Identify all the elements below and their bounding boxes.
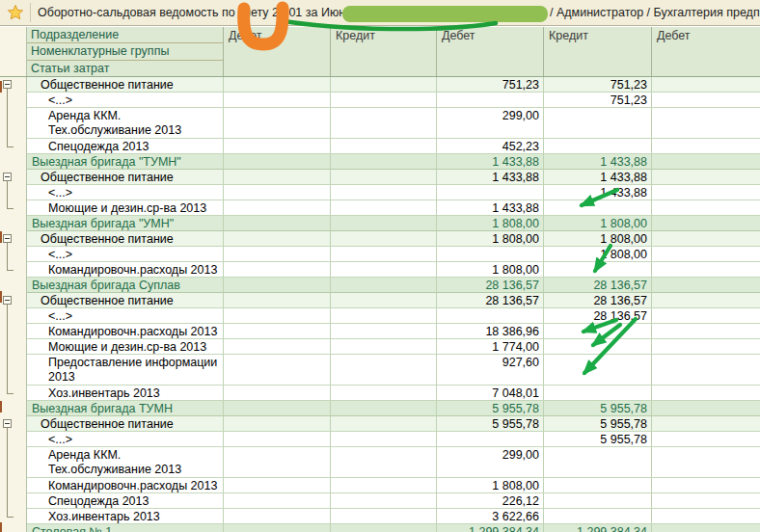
row-label-cell[interactable]: Общественное питание [27, 293, 224, 308]
credit-2-cell[interactable] [544, 493, 652, 509]
credit-2-cell[interactable] [544, 447, 652, 478]
debit-2-cell[interactable]: 751,23 [437, 77, 544, 93]
debit-2-cell[interactable]: 1 808,00 [437, 478, 544, 493]
debit-3-cell[interactable] [652, 154, 760, 170]
row-label-cell[interactable]: <...> [27, 93, 224, 108]
debit-2-cell[interactable]: 452,23 [437, 139, 544, 154]
table-row[interactable]: Выездная бригада ТУМН 5 955,78 5 955,78 [0, 401, 760, 416]
collapse-minus-box[interactable] [3, 296, 12, 305]
debit-2-cell[interactable] [437, 432, 544, 447]
debit-2-cell[interactable]: 1 808,00 [437, 216, 544, 231]
debit-3-cell[interactable] [652, 278, 760, 293]
table-row[interactable]: Выездная бригада "УМН" 1 808,00 1 808,00 [0, 216, 760, 231]
credit-2-cell[interactable] [544, 324, 652, 339]
debit-2-cell[interactable]: 5 955,78 [437, 416, 544, 432]
row-label-cell[interactable]: Выездная бригада "УМН" [27, 216, 224, 231]
credit-1-cell[interactable] [331, 447, 437, 478]
row-label-cell[interactable]: Предоставление информации 2013 [27, 355, 224, 386]
credit-1-cell[interactable] [331, 93, 437, 108]
debit-3-cell[interactable] [652, 324, 760, 339]
credit-2-cell[interactable]: 5 955,78 [544, 401, 652, 416]
credit-2-cell[interactable] [544, 108, 652, 139]
debit-3-cell[interactable] [652, 185, 760, 200]
table-row[interactable]: Общественное питание 1 808,00 1 808,00 [0, 231, 760, 247]
debit-1-cell[interactable] [224, 401, 331, 416]
credit-1-cell[interactable] [331, 77, 437, 93]
credit-2-cell[interactable]: 1 299 384,34 [544, 524, 652, 532]
table-row[interactable]: Командировочн.расходы 2013 1 808,00 [0, 478, 760, 493]
debit-3-cell[interactable] [652, 401, 760, 416]
debit-1-cell[interactable] [224, 308, 331, 324]
debit-3-cell[interactable] [652, 339, 760, 355]
credit-1-cell[interactable] [331, 432, 437, 447]
debit-3-cell[interactable] [652, 247, 760, 262]
table-row[interactable]: Выездная бригада Суплав 28 136,57 28 136… [0, 278, 760, 293]
row-label-cell[interactable]: Командировочн.расходы 2013 [27, 478, 224, 493]
debit-2-cell[interactable]: 226,12 [437, 493, 544, 509]
credit-2-cell[interactable]: 28 136,57 [544, 308, 652, 324]
table-row[interactable]: Предоставление информации 2013 927,60 [0, 355, 760, 386]
credit-2-cell[interactable] [544, 386, 652, 401]
debit-2-cell[interactable]: 1 433,88 [437, 200, 544, 216]
row-label-cell[interactable]: Командировочн.расходы 2013 [27, 324, 224, 339]
debit-1-cell[interactable] [224, 478, 331, 493]
debit-1-cell[interactable] [224, 200, 331, 216]
credit-1-cell[interactable] [331, 478, 437, 493]
debit-3-cell[interactable] [652, 386, 760, 401]
credit-2-cell[interactable] [544, 262, 652, 278]
debit-1-cell[interactable] [224, 77, 331, 93]
credit-1-cell[interactable] [331, 262, 437, 278]
debit-3-cell[interactable] [652, 293, 760, 308]
debit-1-cell[interactable] [224, 93, 331, 108]
credit-1-cell[interactable] [331, 185, 437, 200]
credit-2-cell[interactable] [544, 139, 652, 154]
row-label-cell[interactable]: Общественное питание [27, 170, 224, 185]
debit-2-cell[interactable]: 1 774,00 [437, 339, 544, 355]
credit-1-cell[interactable] [331, 493, 437, 509]
credit-2-cell[interactable]: 5 955,78 [544, 432, 652, 447]
debit-2-cell[interactable]: 18 386,96 [437, 324, 544, 339]
debit-1-cell[interactable] [224, 509, 331, 524]
table-row[interactable]: Командировочн.расходы 2013 18 386,96 [0, 324, 760, 339]
credit-2-cell[interactable]: 1 808,00 [544, 216, 652, 231]
debit-2-cell[interactable]: 3 622,66 [437, 509, 544, 524]
debit-1-cell[interactable] [224, 247, 331, 262]
debit-2-cell[interactable] [437, 308, 544, 324]
debit-3-cell[interactable] [652, 139, 760, 154]
debit-1-cell[interactable] [224, 524, 331, 532]
table-row[interactable]: Хоз.инвентарь 2013 3 622,66 [0, 509, 760, 524]
row-label-cell[interactable]: Командировочн.расходы 2013 [27, 262, 224, 278]
debit-3-cell[interactable] [652, 77, 760, 93]
credit-2-cell[interactable]: 1 433,88 [544, 170, 652, 185]
debit-1-cell[interactable] [224, 416, 331, 432]
credit-1-cell[interactable] [331, 386, 437, 401]
debit-2-cell[interactable]: 1 808,00 [437, 262, 544, 278]
credit-1-cell[interactable] [331, 416, 437, 432]
debit-1-cell[interactable] [224, 278, 331, 293]
row-label-cell[interactable]: Выездная бригада "ТУМН" [27, 154, 224, 170]
debit-1-cell[interactable] [224, 154, 331, 170]
debit-3-cell[interactable] [652, 355, 760, 386]
debit-3-cell[interactable] [652, 200, 760, 216]
credit-2-cell[interactable]: 1 808,00 [544, 247, 652, 262]
debit-1-cell[interactable] [224, 339, 331, 355]
credit-1-cell[interactable] [331, 339, 437, 355]
row-label-cell[interactable]: Выездная бригада Суплав [27, 278, 224, 293]
credit-1-cell[interactable] [331, 231, 437, 247]
row-label-cell[interactable]: <...> [27, 185, 224, 200]
debit-1-cell[interactable] [224, 447, 331, 478]
debit-2-cell[interactable]: 5 955,78 [437, 401, 544, 416]
credit-2-cell[interactable]: 28 136,57 [544, 293, 652, 308]
debit-3-cell[interactable] [652, 432, 760, 447]
row-label-cell[interactable]: Общественное питание [27, 231, 224, 247]
credit-1-cell[interactable] [331, 170, 437, 185]
debit-1-cell[interactable] [224, 432, 331, 447]
row-label-cell[interactable]: Аренда ККМ. Тех.обслуживание 2013 [27, 108, 224, 139]
favorites-star-icon[interactable] [7, 4, 24, 21]
credit-2-cell[interactable] [544, 478, 652, 493]
credit-2-cell[interactable]: 5 955,78 [544, 416, 652, 432]
credit-1-cell[interactable] [331, 139, 437, 154]
debit-1-cell[interactable] [224, 493, 331, 509]
debit-3-cell[interactable] [652, 262, 760, 278]
debit-3-cell[interactable] [652, 509, 760, 524]
